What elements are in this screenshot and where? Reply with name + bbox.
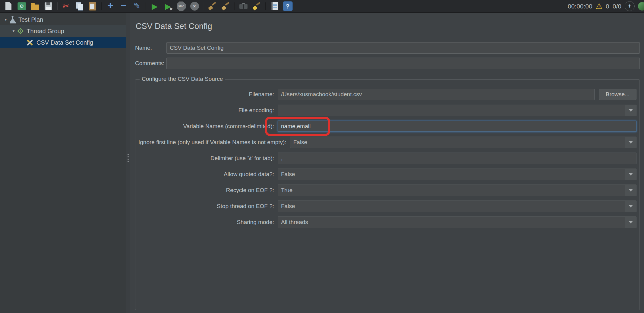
toggle-element-button[interactable]: ✎ [131,1,143,12]
field-label: Variable Names (comma-delimited): [138,123,274,130]
combo-value [278,105,625,116]
paste-page [90,4,94,9]
function-helper-button[interactable] [268,1,280,12]
binoculars-lens [243,4,248,9]
browse-button[interactable]: Browse... [599,89,636,100]
file-encoding-select[interactable] [278,105,636,116]
field-row-sharing-mode: Sharing mode: All threads [138,217,636,228]
start-button[interactable]: ▶ [149,1,161,12]
shutdown-button[interactable]: × [188,1,200,12]
field-row-allow-quoted-data: Allow quoted data?: False [138,169,636,180]
save-icon [45,2,52,10]
field-label: Allow quoted data?: [138,171,274,178]
panel-splitter[interactable] [126,13,130,313]
jmeter-window: ⚙ ✂ + − ✎ ▶ ▶▶ STOP × ? 00:00:00 ⚠ 0 0/0 [0,0,644,313]
notepad-line [273,7,277,8]
stop-icon: STOP [177,2,186,11]
field-label: Delimiter (use '\t' for tab): [138,155,274,162]
dropdown-arrow-icon[interactable] [625,137,636,148]
clear-all-button[interactable] [219,1,232,12]
tree-item-test-plan[interactable]: ▼ Test Plan [0,14,126,25]
combo-value: False [278,201,625,212]
comments-row: Comments: [135,58,640,69]
variable-names-input[interactable] [278,121,636,132]
config-panel: CSV Data Set Config Name: Comments: Conf… [130,13,644,313]
sharing-mode-select[interactable]: All threads [278,217,636,228]
test-plan-icon [10,16,16,24]
ignore-first-line-select[interactable]: False [290,137,636,148]
dropdown-arrow-icon[interactable] [625,169,636,180]
search-reset-broom-icon [252,2,261,11]
help-button[interactable]: ? [282,1,294,12]
copy-button[interactable] [73,1,85,12]
save-icon-label [46,2,50,5]
name-input[interactable] [166,42,640,54]
open-folder-icon [31,5,39,10]
user-icon[interactable] [638,2,644,11]
recycle-on-eof-select[interactable]: True [278,185,636,196]
warning-icon[interactable]: ⚠ [596,2,602,10]
splitter-grip-icon[interactable] [128,154,129,155]
active-threads-count: 0/0 [613,3,621,10]
field-row-stop-thread-on-eof: Stop thread on EOF ?: False [138,201,636,212]
toolbar-separator [203,2,204,10]
sharing-mode-field-wrap: All threads [278,217,636,228]
toolbar: ⚙ ✂ + − ✎ ▶ ▶▶ STOP × ? 00:00:00 ⚠ 0 0/0 [0,0,644,13]
elapsed-time: 00:00:00 [568,3,592,10]
content-area: ▼ Test Plan ▼ ⚙ Thread Group CSV Data Se… [0,13,644,313]
allow-quoted-data-select[interactable]: False [278,169,636,180]
ignore-first-line-field-wrap: False [290,137,636,148]
start-no-pauses-button[interactable]: ▶▶ [162,1,174,12]
field-row-delimiter: Delimiter (use '\t' for tab): [138,153,636,164]
remove-element-button[interactable]: − [118,1,130,12]
tree-item-label: Thread Group [27,28,64,35]
templates-button[interactable]: ⚙ [16,1,28,12]
save-button[interactable] [42,1,54,12]
dropdown-arrow-icon[interactable] [625,217,636,228]
stop-thread-on-eof-field-wrap: False [278,201,636,212]
field-row-recycle-on-eof: Recycle on EOF ?: True [138,185,636,196]
open-file-button[interactable] [29,1,41,12]
toolbar-separator [101,2,102,10]
combo-value: False [290,137,625,148]
delimiter-input[interactable] [278,153,636,164]
field-row-ignore-first-line: Ignore first line (only used if Variable… [138,137,636,148]
clear-button[interactable] [206,1,218,12]
stop-thread-on-eof-select[interactable]: False [278,201,636,212]
field-label: Stop thread on EOF ?: [138,203,274,210]
add-element-button[interactable]: + [104,1,116,12]
dropdown-arrow-icon[interactable] [625,201,636,212]
broom-handle [212,2,216,5]
collapse-arrow-icon[interactable]: ▼ [3,17,8,22]
collapse-arrow-icon[interactable]: ▼ [11,29,16,33]
new-file-button[interactable] [2,1,14,12]
broom-head [221,5,226,11]
paste-button[interactable] [87,1,99,12]
field-label: Sharing mode: [138,219,274,226]
search-reset-button[interactable] [251,1,263,12]
thread-group-icon: ⚙ [17,27,24,35]
csv-config-icon [26,39,34,46]
comments-input[interactable] [166,58,640,69]
combo-value: True [278,185,625,196]
tree-item-csv-data-set-config[interactable]: CSV Data Set Config [0,37,126,48]
dropdown-arrow-icon[interactable] [625,185,636,196]
broom-handle [225,2,229,5]
dropdown-arrow-icon[interactable] [625,105,636,116]
minus-icon: − [121,1,126,11]
combo-value: False [278,169,625,180]
compass-icon[interactable]: + [625,1,635,11]
stop-button[interactable]: STOP [175,1,187,12]
gear-icon: ⚙ [20,4,24,9]
tree-item-thread-group[interactable]: ▼ ⚙ Thread Group [0,25,126,37]
comments-label: Comments: [135,60,166,67]
filename-input[interactable] [278,89,595,100]
field-label: File encoding: [138,107,274,114]
csv-source-groupbox: Configure the CSV Data Source Filename: … [135,79,640,310]
cut-button[interactable]: ✂ [60,1,72,12]
play-icon: ▶ [152,2,158,10]
toolbar-separator [146,2,146,10]
variable-names-field-wrap [278,121,636,132]
search-button[interactable] [237,1,249,12]
copy-page-front [78,4,83,11]
